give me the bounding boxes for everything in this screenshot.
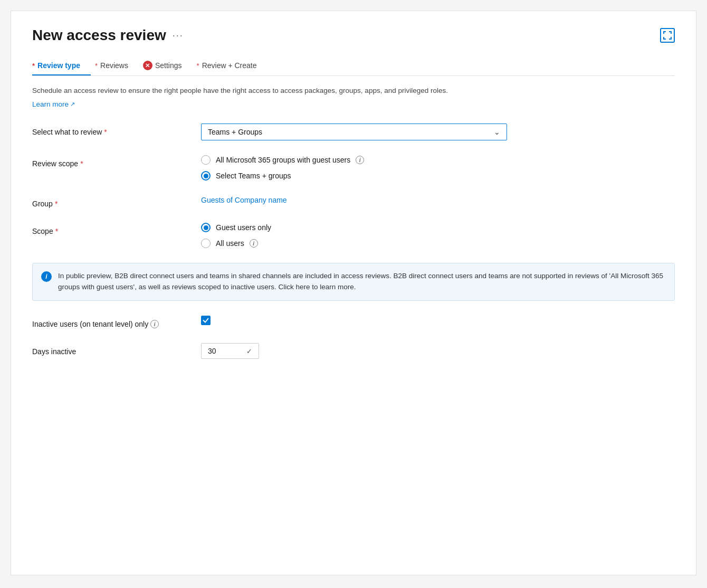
tabs-row: * Review type * Reviews ✕ Settings * Rev… xyxy=(32,56,675,76)
inactive-users-checkbox[interactable] xyxy=(201,316,211,325)
page-container: New access review ··· * Review type * Re… xyxy=(11,11,696,575)
days-inactive-label: Days inactive xyxy=(32,343,201,356)
info-banner-text: In public preview, B2B direct connect us… xyxy=(58,271,666,293)
review-scope-radio-group: All Microsoft 365 groups with guest user… xyxy=(201,155,675,181)
select-what-control: Teams + Groups ⌄ xyxy=(201,124,675,140)
header-row: New access review ··· xyxy=(32,27,675,44)
inactive-users-info-icon[interactable]: i xyxy=(150,320,159,328)
select-what-row: Select what to review * Teams + Groups ⌄ xyxy=(32,124,675,140)
learn-more-link[interactable]: Learn more ↗ xyxy=(32,100,75,108)
tab-review-type[interactable]: * Review type xyxy=(32,57,91,75)
tab-settings[interactable]: ✕ Settings xyxy=(143,56,193,75)
review-scope-label: Review scope * xyxy=(32,155,201,168)
radio-all-users[interactable]: All users i xyxy=(201,239,675,248)
scope-radio-group: Guest users only All users i xyxy=(201,223,675,248)
all-users-info-icon[interactable]: i xyxy=(250,239,258,248)
radio-all-ms365[interactable]: All Microsoft 365 groups with guest user… xyxy=(201,155,675,165)
tab-review-create[interactable]: * Review + Create xyxy=(197,57,267,75)
all-ms365-info-icon[interactable]: i xyxy=(356,156,364,164)
scope-label: Scope * xyxy=(32,223,201,235)
page-title: New access review xyxy=(32,27,166,44)
group-label: Group * xyxy=(32,195,201,208)
days-inactive-input[interactable]: 30 ✓ xyxy=(201,343,259,359)
review-scope-row: Review scope * All Microsoft 365 groups … xyxy=(32,155,675,181)
days-inactive-control: 30 ✓ xyxy=(201,343,675,359)
radio-guest-users-circle xyxy=(201,223,211,232)
inactive-users-row: Inactive users (on tenant level) only i xyxy=(32,316,675,328)
page-title-area: New access review ··· xyxy=(32,27,184,44)
radio-all-users-circle xyxy=(201,239,211,248)
info-banner-icon: i xyxy=(41,271,52,282)
inactive-users-checkbox-control xyxy=(201,316,675,325)
dropdown-chevron-icon: ⌄ xyxy=(494,128,500,136)
svg-rect-7 xyxy=(671,37,672,40)
scope-row: Scope * Guest users only All users i xyxy=(32,223,675,248)
form-section: Select what to review * Teams + Groups ⌄… xyxy=(32,124,675,359)
focus-mode-icon[interactable] xyxy=(660,28,675,43)
radio-select-teams-circle xyxy=(201,171,211,181)
group-row: Group * Guests of Company name xyxy=(32,195,675,208)
radio-select-teams[interactable]: Select Teams + groups xyxy=(201,171,675,181)
radio-guest-users[interactable]: Guest users only xyxy=(201,223,675,232)
info-banner: i In public preview, B2B direct connect … xyxy=(32,263,675,301)
external-link-icon: ↗ xyxy=(70,101,75,108)
days-check-icon: ✓ xyxy=(246,347,252,355)
radio-all-ms365-circle xyxy=(201,155,211,165)
review-scope-control: All Microsoft 365 groups with guest user… xyxy=(201,155,675,181)
tab-reviews[interactable]: * Reviews xyxy=(95,57,139,75)
group-control: Guests of Company name xyxy=(201,195,675,205)
select-what-label: Select what to review * xyxy=(32,124,201,136)
inactive-users-control xyxy=(201,316,675,325)
inactive-users-label: Inactive users (on tenant level) only i xyxy=(32,316,201,328)
svg-rect-1 xyxy=(663,31,664,34)
svg-rect-5 xyxy=(663,37,664,40)
svg-rect-3 xyxy=(671,31,672,34)
scope-control: Guest users only All users i xyxy=(201,223,675,248)
group-link[interactable]: Guests of Company name xyxy=(201,196,287,204)
settings-error-icon: ✕ xyxy=(143,61,152,70)
description-text: Schedule an access review to ensure the … xyxy=(32,86,675,96)
select-what-dropdown[interactable]: Teams + Groups ⌄ xyxy=(201,124,507,140)
days-inactive-row: Days inactive 30 ✓ xyxy=(32,343,675,359)
ellipsis-button[interactable]: ··· xyxy=(173,30,184,41)
